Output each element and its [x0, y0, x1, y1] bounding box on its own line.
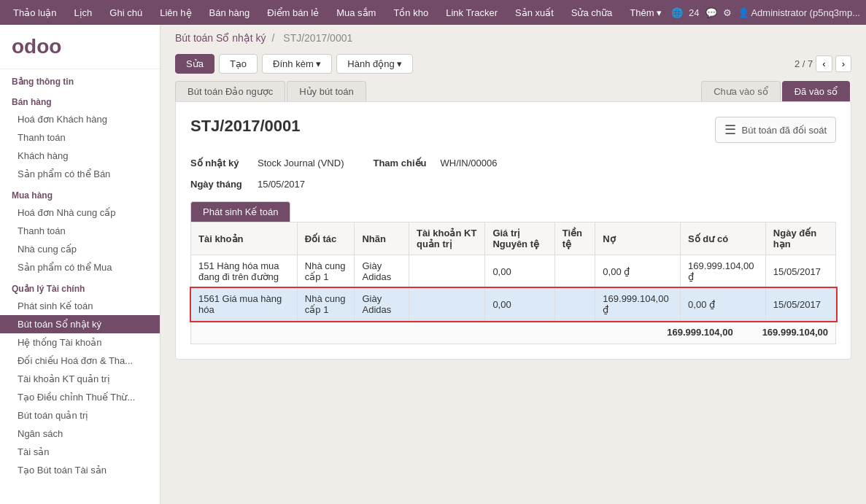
row2-so-du-co: 0,00 ₫ — [681, 288, 766, 321]
phat-sinh-ke-toan-tab[interactable]: Phát sinh Kế toán — [190, 201, 290, 222]
status-da-vao-so[interactable]: Đã vào sổ — [782, 81, 850, 101]
sidebar-section-quan-ly-tc: Quản lý Tài chính — [0, 276, 160, 297]
sidebar-section-thong-tin: Bảng thông tin — [0, 69, 160, 90]
breadcrumb-parent[interactable]: Bút toán Sổ nhật ký — [175, 32, 266, 44]
edit-button[interactable]: Sửa — [175, 54, 214, 74]
notification-count[interactable]: 24 — [689, 7, 699, 18]
sidebar-tao-dieu-chinh[interactable]: Tạo Điều chỉnh Thuế Thừ... — [0, 388, 160, 406]
col-tk-qt: Tài khoản KT quản trị — [409, 222, 484, 255]
breadcrumb-current: STJ/2017/0001 — [283, 32, 352, 44]
nav-them[interactable]: Thêm ▾ — [622, 4, 669, 21]
settings-icon[interactable]: ⚙ — [723, 7, 732, 18]
action-dropdown[interactable]: Hành động ▾ — [336, 54, 413, 74]
pagination-text: 2 / 7 — [795, 58, 813, 69]
row2-doi-tac: Nhà cung cấp 1 — [297, 288, 355, 321]
breadcrumb: Bút toán Sổ nhật ký / STJ/2017/0001 — [175, 32, 851, 44]
sidebar-khach-hang[interactable]: Khách hàng — [0, 147, 160, 165]
row1-tai-khoan: 151 Hàng hóa mua đang đi trên đường — [191, 255, 298, 288]
table-row[interactable]: 151 Hàng hóa mua đang đi trên đường Nhà … — [191, 255, 836, 288]
prev-page-button[interactable]: ‹ — [816, 55, 832, 72]
notification-icon[interactable]: 🌐 — [671, 7, 683, 18]
nav-ton-kho[interactable]: Tồn kho — [386, 4, 436, 21]
sidebar-hoa-don-kh[interactable]: Hoá đơn Khách hàng — [0, 110, 160, 128]
table-header: Tài khoản Đối tác Nhãn Tài khoản KT quản… — [191, 222, 836, 255]
row1-so-du-co: 169.999.104,00 ₫ — [681, 255, 766, 288]
pagination: 2 / 7 ‹ › — [795, 55, 851, 72]
top-nav-menu: Thảo luận Lịch Ghi chú Liên hệ Bán hàng … — [6, 4, 669, 21]
table-header-row: Tài khoản Đối tác Nhãn Tài khoản KT quản… — [191, 222, 836, 255]
attach-dropdown[interactable]: Đính kèm ▾ — [262, 54, 332, 74]
sidebar-hoa-don-ncc[interactable]: Hoá đơn Nhà cung cấp — [0, 203, 160, 222]
row2-gia-tri: 0,00 — [485, 288, 554, 321]
sidebar-nha-cung-cap[interactable]: Nhà cung cấp — [0, 240, 160, 258]
row1-nhan: Giày Adidas — [355, 255, 409, 288]
chat-icon[interactable]: 💬 — [705, 7, 717, 18]
summary-co: 169.999.104,00 — [762, 327, 828, 338]
col-nhan: Nhãn — [355, 222, 409, 255]
nav-ban-hang[interactable]: Bán hàng — [202, 4, 258, 21]
user-menu[interactable]: 👤 Administrator (p5nq3mp... — [738, 7, 860, 18]
sidebar-he-thong-tk[interactable]: Hệ thống Tài khoản — [0, 333, 160, 352]
row1-tien-te — [554, 255, 595, 288]
row2-tien-te — [554, 288, 595, 321]
form-fields-2: Ngày tháng 15/05/2017 — [190, 179, 836, 190]
nav-sua-chua[interactable]: Sửa chữa — [564, 4, 619, 21]
sidebar-phat-sinh[interactable]: Phát sinh Kế toán — [0, 297, 160, 315]
sidebar-thanh-toan-bh[interactable]: Thanh toán — [0, 128, 160, 147]
row2-ngay-den-han: 15/05/2017 — [765, 288, 835, 321]
sidebar-ngan-sach[interactable]: Ngân sách — [0, 424, 160, 443]
sidebar-section-mua-hang: Mua hàng — [0, 183, 160, 203]
row1-doi-tac: Nhà cung cấp 1 — [297, 255, 355, 288]
accounting-table: Tài khoản Đối tác Nhãn Tài khoản KT quản… — [190, 222, 836, 321]
document-header: STJ/2017/0001 ☰ Bút toán đã đối soát — [190, 117, 836, 143]
col-doi-tac: Đối tác — [297, 222, 355, 255]
sidebar-tk-qt[interactable]: Tài khoản KT quản trị — [0, 370, 160, 388]
sidebar-but-toan[interactable]: Bút toán Sổ nhật ký — [0, 315, 160, 333]
row2-tai-khoan: 1561 Giá mua hàng hóa — [191, 288, 298, 321]
table-body: 151 Hàng hóa mua đang đi trên đường Nhà … — [191, 255, 836, 321]
nav-link-tracker[interactable]: Link Tracker — [438, 4, 505, 21]
badge-text: Bút toán đã đối soát — [742, 125, 827, 136]
sidebar-but-toan-qt[interactable]: Bút toán quản trị — [0, 406, 160, 424]
odoo-logo: odoo — [12, 35, 148, 58]
so-nhat-ky-group: Số nhật ký Stock Journal (VND) — [190, 158, 344, 168]
so-nhat-ky-label: Số nhật ký — [190, 158, 249, 168]
main-layout: odoo Bảng thông tin Bán hàng Hoá đơn Khá… — [0, 25, 866, 504]
nav-ghi-chu[interactable]: Ghi chú — [102, 4, 150, 21]
tham-chieu-label: Tham chiếu — [373, 158, 431, 168]
nav-lich[interactable]: Lịch — [66, 4, 99, 21]
sidebar-section-ban-hang: Bán hàng — [0, 90, 160, 110]
tham-chieu-value: WH/IN/00006 — [440, 158, 497, 168]
nav-thao-luan[interactable]: Thảo luận — [6, 4, 63, 21]
breadcrumb-separator: / — [272, 32, 275, 44]
sidebar-sp-ban[interactable]: Sản phẩm có thể Bán — [0, 165, 160, 183]
ngay-thang-label: Ngày tháng — [190, 179, 249, 190]
sidebar-tao-but-toan-ts[interactable]: Tạo Bút toán Tài sản — [0, 461, 160, 479]
create-button[interactable]: Tạo — [219, 54, 258, 74]
top-navigation: Thảo luận Lịch Ghi chú Liên hệ Bán hàng … — [0, 0, 866, 25]
top-nav-right: 🌐 24 💬 ⚙ 👤 Administrator (p5nq3mp... — [671, 7, 860, 18]
nav-lien-he[interactable]: Liên hệ — [152, 4, 198, 21]
col-ngay-den-han: Ngày đến hạn — [765, 222, 835, 255]
nav-mua-sam[interactable]: Mua sắm — [329, 4, 383, 21]
summary-no: 169.999.104,00 — [667, 327, 732, 338]
col-so-du-co: Số dư có — [681, 222, 766, 255]
row1-no: 0,00 ₫ — [595, 255, 681, 288]
form-fields: Số nhật ký Stock Journal (VND) Tham chiế… — [190, 158, 836, 168]
sidebar-tai-san[interactable]: Tài sản — [0, 443, 160, 461]
next-page-button[interactable]: › — [835, 55, 851, 72]
sidebar-sp-mua[interactable]: Sản phẩm có thể Mua — [0, 258, 160, 276]
nav-san-xuat[interactable]: Sản xuất — [508, 4, 561, 21]
action-reverse-button[interactable]: Bút toán Đảo ngược — [175, 81, 285, 101]
status-tab-bar: Bút toán Đảo ngược Hủy bút toán Chưa vào… — [161, 81, 866, 101]
nav-diem-ban-le[interactable]: Điểm bán lẻ — [260, 4, 326, 21]
sidebar-doi-chieu[interactable]: Đối chiếu Hoá đơn & Tha... — [0, 352, 160, 370]
table-summary: 169.999.104,00 169.999.104,00 — [190, 321, 836, 344]
action-cancel-button[interactable]: Hủy bút toán — [287, 81, 366, 101]
table-row[interactable]: 1561 Giá mua hàng hóa Nhà cung cấp 1 Già… — [191, 288, 836, 321]
sidebar-thanh-toan-mh[interactable]: Thanh toán — [0, 222, 160, 240]
ngay-thang-value: 15/05/2017 — [258, 179, 305, 190]
document-badge: ☰ Bút toán đã đối soát — [715, 117, 836, 143]
row2-tk-qt — [409, 288, 484, 321]
status-chua-vao-so[interactable]: Chưa vào sổ — [701, 81, 781, 101]
